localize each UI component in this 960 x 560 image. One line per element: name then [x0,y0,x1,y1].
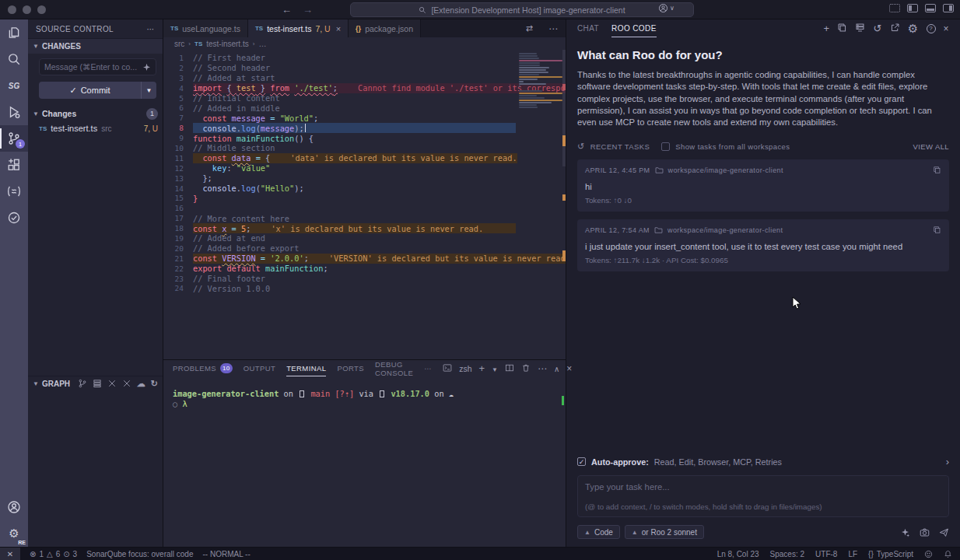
breadcrumb[interactable]: src›TStest-insert.ts›… [163,37,566,50]
indentation-status[interactable]: Spaces: 2 [770,550,804,558]
copy-task-icon[interactable] [933,226,941,236]
activity-item-search[interactable] [0,46,28,72]
activity-item-settings[interactable]: ⚙RE [0,520,28,547]
nav-forward-icon[interactable]: → [303,4,313,16]
more-icon[interactable]: ⋯ [538,363,547,374]
graph-compare-branches-icon[interactable] [78,379,87,390]
chevron-down-icon: ▼ [33,380,39,387]
commit-dropdown-button[interactable]: ▼ [141,82,156,99]
activity-item-sourcegraph[interactable]: SG [0,72,28,99]
send-icon[interactable] [939,527,949,537]
notifications-bell-button[interactable] [944,550,952,558]
settings-icon[interactable]: ⚙ [908,22,919,36]
graph-fetch-icon[interactable] [107,379,117,390]
editor-tab-test-insert.ts[interactable]: TStest-insert.ts7, U× [248,19,349,37]
activity-item-accounts[interactable] [0,494,28,520]
remote-indicator[interactable]: ✕ [0,548,20,560]
new-terminal-icon[interactable]: + [478,362,485,374]
eol-status[interactable]: LF [848,550,857,558]
problems-status[interactable]: ⊗1 △6 ⊙3 [30,550,77,558]
chevron-right-icon[interactable]: › [946,456,949,467]
activity-item-quality-check[interactable] [0,205,28,231]
more-actions-icon[interactable]: ⋯ [147,25,155,33]
close-icon[interactable]: × [944,23,949,34]
sparkle-icon[interactable] [142,63,151,72]
view-all-link[interactable]: VIEW ALL [913,142,950,151]
toggle-panel-button[interactable] [925,4,936,12]
minimap[interactable] [519,53,562,359]
copilot-account-button[interactable]: ∨ [658,3,674,13]
overview-ruler[interactable] [562,50,566,359]
activity-item-remote-waves[interactable] [0,178,28,205]
task-input[interactable]: Type your task here... (@ to add context… [577,475,949,517]
activity-item-source-control[interactable]: 1 [0,125,28,152]
kill-terminal-icon[interactable] [521,363,531,374]
help-icon[interactable]: ? [927,24,936,33]
graph-commit-layers-icon[interactable] [93,379,102,390]
maximize-panel-icon[interactable]: ∧ [554,364,559,373]
editor-tab-package.json[interactable]: {}package.json [349,19,421,37]
graph-push-cloud-icon[interactable]: ☁ [137,379,145,389]
encoding-status[interactable]: UTF-8 [815,550,837,558]
language-status[interactable]: {} TypeScript [868,550,913,558]
sonarqube-status[interactable]: SonarQube focus: overall code [86,550,193,558]
panel-tab-ports[interactable]: PORTS [337,360,364,376]
editor-tab-useLanguage.ts[interactable]: TSuseLanguage.ts [163,19,248,37]
panel-tab-terminal[interactable]: TERMINAL [286,360,326,376]
split-terminal-icon[interactable] [505,363,514,374]
mode-select[interactable]: ▲Code [577,525,620,539]
graph-pull-icon[interactable] [122,379,131,390]
history-icon[interactable]: ↺ [873,23,881,34]
auto-approve-checkbox[interactable]: ✓ [577,457,586,466]
inline-warn-hint: 'data' is declared but its value is neve… [290,153,517,163]
activity-item-explorer[interactable] [0,19,28,46]
screenshot-icon[interactable] [920,527,930,537]
task-card[interactable]: APRIL 12, 4:45 PMworkspace/image-generat… [577,159,949,212]
close-panel-icon[interactable]: × [566,363,572,374]
minimize-window-icon[interactable] [23,5,31,14]
close-window-icon[interactable] [8,5,16,14]
cursor-position-status[interactable]: Ln 8, Col 23 [717,550,759,558]
graph-refresh-icon[interactable]: ↻ [151,379,158,389]
customize-layout-button[interactable] [889,4,900,12]
zoom-window-icon[interactable] [37,5,46,14]
window-controls[interactable] [8,5,46,14]
more-icon[interactable]: ⋯ [548,23,558,34]
commit-message-input[interactable]: Message (⌘Enter to co... [39,58,156,75]
graph-section-header[interactable]: ▼ GRAPH ☁↻ [28,376,163,391]
command-center-search[interactable]: [Extension Development Host] image-gener… [350,2,694,17]
commit-button[interactable]: ✓Commit ▼ [39,82,156,99]
dropdown-icon[interactable]: ▼ [492,364,498,373]
copy-task-icon[interactable] [933,166,941,176]
panel-tab-debug-console[interactable]: DEBUG CONSOLE [375,360,413,376]
code-editor[interactable]: 1// First header2// Second header3// Add… [163,50,566,359]
new-task-icon[interactable]: + [823,23,829,34]
panel-tab-problems[interactable]: PROBLEMS10 [173,360,233,376]
activity-item-run-debug[interactable] [0,99,28,125]
enhance-prompt-icon[interactable] [900,527,910,537]
auto-approve-row[interactable]: ✓ Auto-approve: Read, Edit, Browser, MCP… [577,453,949,475]
toggle-secondary-sidebar-button[interactable] [943,4,954,12]
bottom-panel: PROBLEMS10OUTPUTTERMINALPORTSDEBUG CONSO… [163,359,566,547]
panel-tab-⋯[interactable]: ⋯ [424,360,432,376]
model-select[interactable]: ▲or Roo 2 sonnet [625,525,704,539]
show-tasks-checkbox[interactable] [661,142,670,151]
mcp-servers-icon[interactable] [855,23,865,35]
close-tab-icon[interactable]: × [336,24,341,33]
feedback-smiley-button[interactable] [924,550,933,558]
nav-back-icon[interactable]: ← [282,4,292,16]
changed-file-row[interactable]: TS test-insert.ts src 7, U [28,121,163,136]
activity-item-extensions[interactable] [0,152,28,178]
panel-tab-output[interactable]: OUTPUT [244,360,275,376]
toggle-sidebar-button[interactable] [907,4,918,12]
changes-group-header[interactable]: ▼ Changes 1 [28,107,163,121]
terminal[interactable]: image-generator-client on main [?⇡] via … [163,376,566,409]
task-card[interactable]: APRIL 12, 7:54 AMworkspace/image-generat… [577,219,949,271]
copy-window-icon[interactable] [837,23,847,35]
changes-section-header[interactable]: ▼ CHANGES [28,38,163,54]
open-in-editor-icon[interactable] [890,23,900,35]
roo-tab-chat[interactable]: CHAT [577,19,599,37]
line-number: 12 [163,164,193,173]
open-changes-icon[interactable]: ⇄ [526,23,533,33]
roo-tab-roo-code[interactable]: ROO CODE [611,19,657,37]
